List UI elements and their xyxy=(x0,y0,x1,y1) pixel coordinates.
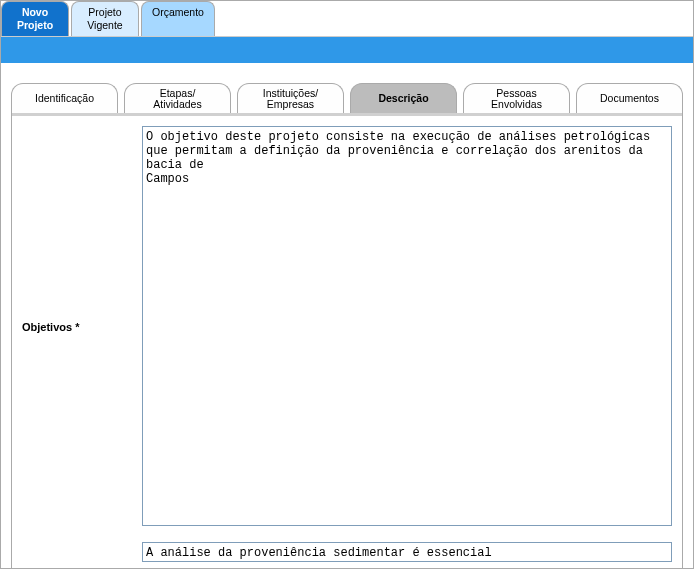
tab-novo-projeto[interactable]: Novo Projeto xyxy=(1,1,69,36)
subtab-descricao[interactable]: Descrição xyxy=(350,83,457,113)
subtab-etapas-atividades[interactable]: Etapas/ Atividades xyxy=(124,83,231,113)
top-tabs: Novo Projeto Projeto Vigente Orçamento xyxy=(1,1,693,37)
sub-tabs: Identificação Etapas/ Atividades Institu… xyxy=(11,83,683,113)
subtab-identificacao[interactable]: Identificação xyxy=(11,83,118,113)
subtab-pessoas-envolvidas[interactable]: Pessoas Envolvidas xyxy=(463,83,570,113)
label-objetivos: Objetivos * xyxy=(22,126,142,528)
subtab-instituicoes-empresas[interactable]: Instituições/ Empresas xyxy=(237,83,344,113)
subtab-documentos[interactable]: Documentos xyxy=(576,83,683,113)
input-objetivos[interactable] xyxy=(142,126,672,526)
header-bar xyxy=(1,37,693,63)
tab-orcamento[interactable]: Orçamento xyxy=(141,1,215,36)
form-panel: Objetivos * xyxy=(11,113,683,569)
label-analise xyxy=(22,542,142,564)
tab-projeto-vigente[interactable]: Projeto Vigente xyxy=(71,1,139,36)
input-analise[interactable] xyxy=(142,542,672,562)
